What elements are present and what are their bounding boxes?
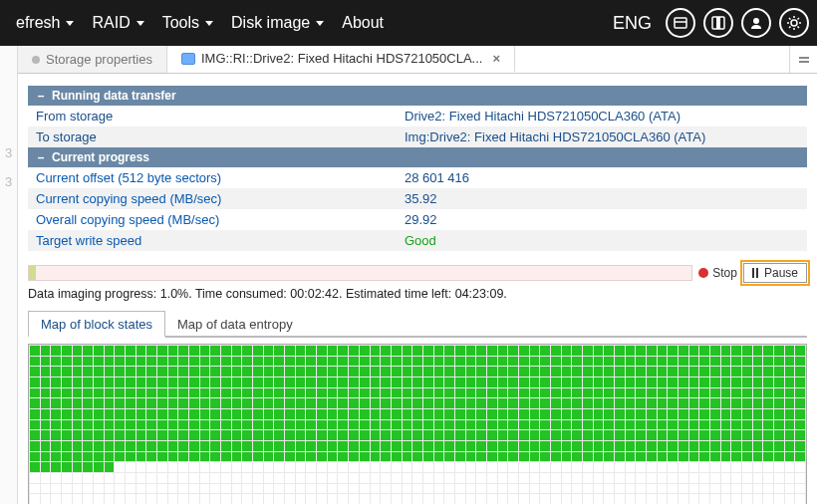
panel-button[interactable] [703,8,733,38]
menu-disk-image[interactable]: Disk image [223,8,332,38]
block-cell [710,346,720,356]
block-cell [615,409,625,419]
block-cell [360,452,370,462]
block-cell [328,346,338,356]
block-cell [476,357,486,367]
tab-block-states[interactable]: Map of block states [28,311,165,338]
block-cell [551,494,561,504]
block-cell [699,430,709,440]
block-cell [508,473,518,483]
language-selector[interactable]: ENG [613,13,652,34]
menu-refresh[interactable]: efresh [8,8,82,38]
block-cell [62,494,72,504]
block-cell [381,357,391,367]
block-cell [221,484,231,494]
block-cell [519,409,529,419]
block-cell [658,378,668,387]
block-cell [455,388,465,398]
view-button[interactable] [666,8,695,38]
block-cell [551,452,561,462]
block-cell [371,357,381,367]
tab-storage-properties[interactable]: Storage properties [18,46,167,73]
block-cell [242,441,252,451]
block-cell [636,462,646,472]
block-cell [146,398,156,408]
block-cell [455,398,465,408]
svg-point-4 [753,18,759,24]
block-cell [710,409,720,419]
block-cell [731,473,741,483]
block-cell [349,473,359,483]
block-cell [178,388,188,398]
block-cell [742,398,752,408]
block-cell [189,378,199,387]
stop-button[interactable]: Stop [698,266,737,280]
section-header[interactable]: – Running data transfer [28,86,807,106]
menu-tools[interactable]: Tools [154,8,221,38]
block-cell [795,484,805,494]
block-cell [189,484,199,494]
block-cell [285,462,295,472]
close-icon[interactable]: × [492,51,500,66]
block-cell [285,357,295,367]
block-cell [403,430,412,440]
block-cell [795,388,805,398]
block-cell [296,420,306,430]
block-cell [328,494,338,504]
block-cell [296,484,306,494]
block-cell [189,420,199,430]
block-cell [604,409,614,419]
block-cell [51,420,61,430]
block-cell [30,357,40,367]
menu-raid[interactable]: RAID [84,8,151,38]
svg-rect-0 [675,18,686,28]
block-cell [30,473,40,483]
block-cell [178,367,188,377]
block-cell [530,430,540,440]
block-cell [126,441,136,451]
block-cell [519,462,529,472]
block-cell [519,398,529,408]
menu-about[interactable]: About [334,8,392,38]
block-cell [83,357,93,367]
block-cell [519,367,529,377]
pause-button[interactable]: Pause [743,263,807,283]
block-cell [540,473,550,483]
block-cell [562,398,572,408]
settings-button[interactable] [779,8,809,38]
block-cell [146,357,156,367]
block-cell [498,473,508,483]
block-cell [615,388,625,398]
block-cell [349,378,359,387]
collapse-tabs-button[interactable] [789,46,817,73]
block-cell [274,484,284,494]
block-cell [210,367,220,377]
tab-image-drive[interactable]: IMG::RI::Drive2: Fixed Hitachi HDS721050… [167,46,515,73]
block-cell [242,420,252,430]
block-cell [210,420,220,430]
block-cell [210,357,220,367]
block-cell [157,420,167,430]
block-cell [178,378,188,387]
block-cell [604,388,614,398]
block-cell [210,452,220,462]
block-cell [785,484,795,494]
block-cell [349,484,359,494]
block-cell [264,452,274,462]
block-cell [647,357,657,367]
label: From storage [28,106,397,126]
section-header[interactable]: – Current progress [28,147,807,167]
block-cell [434,367,444,377]
block-cell [83,452,93,462]
block-cell [136,441,146,451]
block-cell [157,346,167,356]
tab-data-entropy[interactable]: Map of data entropy [165,312,305,336]
block-cell [146,452,156,462]
block-cell [647,378,657,387]
block-cell [115,441,125,451]
block-cell [371,484,381,494]
block-cell [487,484,497,494]
block-cell [349,357,359,367]
user-button[interactable] [741,8,771,38]
block-cell [583,473,593,483]
